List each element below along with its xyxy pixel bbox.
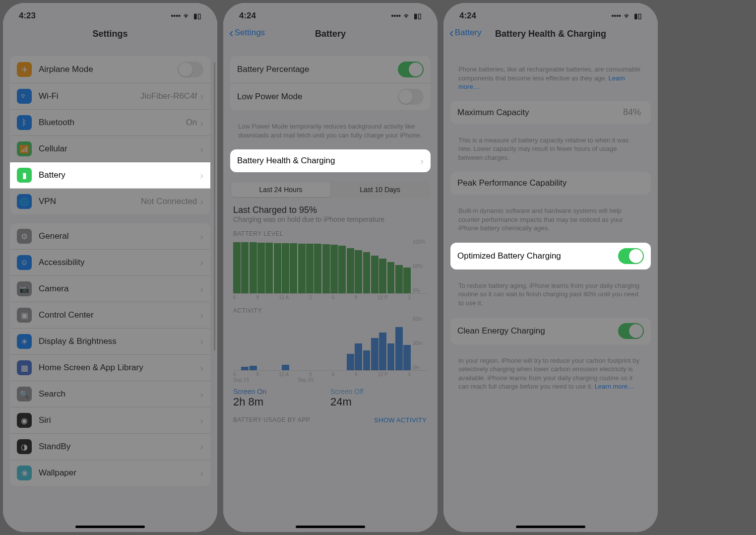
back-label: Settings — [235, 28, 265, 38]
max-capacity-desc: This is a measure of battery capacity re… — [443, 133, 658, 163]
activity-label: ACTIVITY — [223, 300, 438, 316]
chart-bar — [387, 262, 395, 293]
chevron-right-icon: › — [200, 231, 203, 242]
battery-percentage-toggle[interactable] — [398, 62, 424, 77]
chevron-right-icon: › — [200, 196, 203, 207]
low-power-description: Low Power Mode temporarily reduces backg… — [223, 119, 438, 140]
scrollbar[interactable] — [214, 63, 215, 350]
clean-energy-group: Clean Energy Charging — [450, 318, 651, 344]
chevron-right-icon: › — [200, 170, 203, 181]
clean-energy-toggle[interactable] — [618, 323, 644, 339]
y-axis-labels: 100% 50% 0% — [413, 239, 428, 293]
settings-row-accessibility[interactable]: ☺Accessibility› — [10, 250, 210, 276]
time-range-segment[interactable]: Last 24 Hours Last 10 Days — [230, 181, 431, 198]
home-indicator[interactable] — [516, 526, 585, 528]
chart-bar — [314, 244, 321, 293]
optimized-charging-row[interactable]: Optimized Battery Charging — [450, 243, 651, 269]
wifi-icon: ᯤ — [624, 12, 631, 20]
row-label: Optimized Battery Charging — [457, 251, 618, 261]
chart-bar — [265, 243, 273, 293]
battery-health-screen: 4:24 •••• ᯤ ▮▯ ‹ Battery Battery Health … — [443, 3, 658, 532]
settings-row-standby[interactable]: ◑StandBy› — [10, 434, 210, 460]
chart-bar — [355, 250, 362, 293]
activity-chart: 60m 30m 0m — [233, 316, 428, 371]
home-indicator[interactable] — [75, 526, 145, 528]
learn-more-link[interactable]: Learn more… — [595, 383, 634, 390]
status-right: •••• ᯤ ▮▯ — [171, 12, 201, 20]
settings-row-bluetooth[interactable]: ᛒBluetoothOn› — [10, 110, 210, 136]
peak-perf-row[interactable]: Peak Performance Capability — [450, 172, 651, 195]
screen-on-stat: Screen On 2h 8m — [233, 388, 330, 408]
settings-row-camera[interactable]: 📷Camera› — [10, 276, 210, 302]
chart-bar — [338, 246, 346, 293]
back-button[interactable]: ‹ Settings — [229, 28, 265, 38]
max-capacity-row[interactable]: Maximum Capacity 84% — [450, 101, 651, 124]
xtick: 9 — [355, 372, 358, 377]
settings-row-vpn[interactable]: 🌐VPNNot Connected› — [10, 189, 210, 214]
settings-row-battery[interactable]: ▮Battery› — [10, 162, 210, 189]
xtick: 12 A — [279, 295, 289, 300]
settings-row-general[interactable]: ⚙General› — [10, 223, 210, 250]
battery-icon: ▮▯ — [414, 12, 422, 20]
xtick: 3 — [309, 295, 312, 300]
chart-bar — [395, 327, 403, 370]
settings-row-search[interactable]: 🔍Search› — [10, 381, 210, 407]
x-axis-labels: 6912 A36912 P3 — [233, 295, 411, 300]
segment-10d[interactable]: Last 10 Days — [330, 182, 430, 197]
battery-health-row[interactable]: Battery Health & Charging › — [230, 149, 431, 172]
battery-health-group: Battery Health & Charging › — [230, 149, 431, 172]
display-icon: ☀ — [17, 334, 32, 349]
low-power-mode-toggle[interactable] — [398, 89, 424, 105]
back-button[interactable]: ‹ Battery — [449, 28, 482, 38]
chart-bar — [330, 245, 338, 293]
row-label: Display & Brightness — [39, 336, 200, 346]
row-label: Battery Health & Charging — [237, 156, 420, 166]
airplane-toggle[interactable] — [178, 62, 203, 77]
stat-value: 24m — [330, 396, 428, 408]
battery-percentage-row[interactable]: Battery Percentage — [230, 56, 431, 83]
chart-bar — [387, 343, 395, 371]
chart-bar — [241, 242, 249, 294]
clean-energy-row[interactable]: Clean Energy Charging — [450, 318, 651, 344]
standby-icon: ◑ — [17, 439, 32, 454]
bluetooth-icon: ᛒ — [17, 115, 32, 130]
settings-row-cellular[interactable]: 📶Cellular› — [10, 136, 210, 162]
battery-icon: ▮ — [17, 168, 32, 183]
search-icon: 🔍 — [17, 387, 32, 401]
row-label: Wallpaper — [39, 468, 200, 478]
settings-row-control-center[interactable]: ▣Control Center› — [10, 302, 210, 329]
row-label: Peak Performance Capability — [457, 178, 644, 188]
settings-row-home-screen[interactable]: ▦Home Screen & App Library› — [10, 355, 210, 381]
row-value: JioFiber-R6C4f — [140, 91, 197, 101]
optimized-charging-toggle[interactable] — [618, 248, 644, 264]
ylabel: 60m — [413, 316, 428, 322]
y-axis-labels: 60m 30m 0m — [413, 316, 428, 370]
vpn-icon: 🌐 — [17, 194, 32, 209]
ylabel: 0% — [413, 288, 428, 293]
ylabel: 0m — [413, 365, 428, 370]
settings-row-airplane[interactable]: ✈Airplane Mode — [10, 56, 210, 83]
home-indicator[interactable] — [296, 526, 365, 528]
chevron-left-icon: ‹ — [229, 29, 234, 37]
chart-bar — [282, 365, 289, 370]
settings-row-wifi[interactable]: ᯤWi-FiJioFiber-R6C4f› — [10, 83, 210, 110]
row-label: Home Screen & App Library — [39, 363, 200, 373]
segment-24h[interactable]: Last 24 Hours — [231, 182, 330, 197]
xtick: 9 — [355, 295, 358, 300]
xtick: 12 P — [378, 372, 388, 377]
settings-row-wallpaper[interactable]: ❀Wallpaper› — [10, 460, 210, 486]
settings-row-siri[interactable]: ◉Siri› — [10, 407, 210, 434]
chart-bar — [274, 243, 281, 293]
row-label: Camera — [39, 284, 200, 294]
chart-bar — [371, 338, 378, 370]
show-activity-button[interactable]: SHOW ACTIVITY — [374, 416, 438, 424]
chevron-right-icon: › — [200, 310, 203, 321]
row-label: StandBy — [39, 442, 200, 452]
optimized-charging-group: Optimized Battery Charging — [450, 243, 651, 269]
status-time: 4:24 — [459, 11, 476, 21]
wifi-icon: ᯤ — [404, 12, 411, 20]
settings-row-display[interactable]: ☀Display & Brightness› — [10, 329, 210, 355]
page-title: Settings — [92, 29, 127, 39]
low-power-mode-row[interactable]: Low Power Mode — [230, 83, 431, 110]
chevron-right-icon: › — [200, 117, 203, 129]
